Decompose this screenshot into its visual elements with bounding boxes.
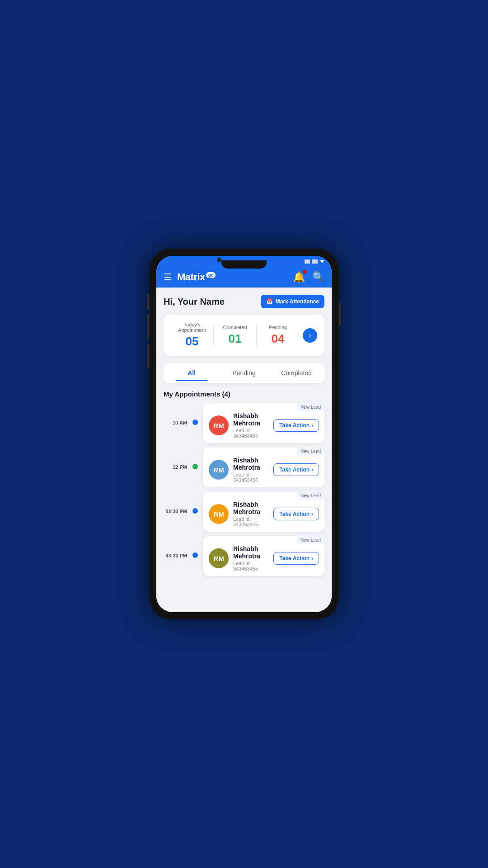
appointment-card-3: New Lead RM Rishabh Mehrotra Lead id: 34… bbox=[203, 492, 324, 532]
timeline-item-3: 02:30 PM New Lead RM Rishabh Mehrotra bbox=[164, 492, 324, 532]
stats-card: Today's Appointment 05 Completed 01 Pend… bbox=[164, 315, 324, 356]
new-lead-badge-4: New Lead bbox=[297, 536, 324, 544]
tab-pending[interactable]: Pending bbox=[218, 365, 270, 381]
phone-screen: ☰ Matrixgo 🔔 🔍 Hi, Your Name 📅 Ma bbox=[156, 256, 332, 612]
phone-device: ☰ Matrixgo 🔔 🔍 Hi, Your Name 📅 Ma bbox=[149, 249, 339, 619]
search-icon[interactable]: 🔍 bbox=[312, 271, 324, 283]
stat-completed: Completed 01 bbox=[213, 325, 256, 346]
avatar-1: RM bbox=[209, 415, 229, 435]
today-appointment-label: Today's Appointment bbox=[171, 322, 213, 333]
greeting-text: Hi, Your Name bbox=[164, 297, 225, 307]
time-label-4: 03:30 PM bbox=[164, 536, 187, 559]
logo-go-badge: go bbox=[206, 272, 216, 278]
take-action-button-4[interactable]: Take Action › bbox=[273, 552, 319, 565]
avatar-4: RM bbox=[209, 548, 229, 568]
take-action-label-4: Take Action bbox=[279, 555, 310, 561]
timeline-dot-2 bbox=[192, 464, 198, 469]
avatar-3: RM bbox=[209, 504, 229, 524]
appointment-card-1: New Lead RM Rishabh Mehrotra Lead id: 34… bbox=[203, 403, 324, 443]
card-lead-id-3: Lead id: 343453455 bbox=[233, 516, 269, 527]
completed-label: Completed bbox=[214, 325, 256, 330]
status-icons bbox=[305, 259, 324, 264]
card-name-1: Rishabh Mehrotra bbox=[233, 412, 269, 427]
card-info-2: Rishabh Mehrotra Lead id: 343453455 bbox=[233, 457, 269, 483]
notification-bell-container[interactable]: 🔔 bbox=[293, 271, 305, 283]
mark-attendance-label: Mark Attendance bbox=[276, 298, 319, 305]
top-navigation: ☰ Matrixgo 🔔 🔍 bbox=[156, 267, 332, 288]
nav-right: 🔔 🔍 bbox=[293, 271, 324, 283]
chevron-right-icon-3: › bbox=[311, 511, 313, 517]
hamburger-menu-icon[interactable]: ☰ bbox=[164, 272, 172, 283]
stat-today-appointment: Today's Appointment 05 bbox=[171, 322, 213, 349]
take-action-label-3: Take Action bbox=[279, 511, 310, 517]
appointment-card-2: New Lead RM Rishabh Mehrotra Lead id: 34… bbox=[203, 448, 324, 487]
take-action-button-3[interactable]: Take Action › bbox=[273, 508, 319, 520]
header-row: Hi, Your Name 📅 Mark Attendance bbox=[164, 295, 324, 308]
time-label-3: 02:30 PM bbox=[164, 492, 187, 514]
power-button bbox=[339, 303, 341, 326]
card-lead-id-4: Lead id: 343453455 bbox=[233, 561, 269, 571]
silent-button bbox=[147, 344, 149, 368]
card-inner-3: RM Rishabh Mehrotra Lead id: 343453455 T… bbox=[209, 501, 319, 527]
pending-value: 04 bbox=[257, 332, 299, 346]
phone-notch bbox=[221, 260, 267, 269]
time-label-2: 12 PM bbox=[164, 448, 187, 470]
timeline-dot-3 bbox=[192, 508, 198, 514]
timeline-item-1: 10 AM New Lead RM Rishabh Mehrotra bbox=[164, 403, 324, 443]
chevron-right-icon-1: › bbox=[311, 422, 313, 429]
card-lead-id-1: Lead id: 343453455 bbox=[233, 428, 269, 439]
card-inner-1: RM Rishabh Mehrotra Lead id: 343453455 T… bbox=[209, 412, 319, 439]
card-lead-id-2: Lead id: 343453455 bbox=[233, 472, 269, 483]
card-name-3: Rishabh Mehrotra bbox=[233, 501, 269, 515]
timeline-connector-4 bbox=[191, 536, 200, 558]
pending-label: Pending bbox=[257, 325, 299, 330]
appointments-section: My Appointments (4) 10 AM New Lead RM bbox=[164, 390, 324, 576]
new-lead-badge-2: New Lead bbox=[297, 448, 324, 455]
avatar-2: RM bbox=[209, 460, 229, 480]
take-action-button-2[interactable]: Take Action › bbox=[273, 463, 319, 476]
notification-badge bbox=[302, 269, 307, 274]
time-label-1: 10 AM bbox=[164, 403, 187, 426]
app-logo: Matrixgo bbox=[177, 271, 216, 283]
wifi-icon bbox=[312, 259, 318, 264]
timeline-item-2: 12 PM New Lead RM Rishabh Mehrotra bbox=[164, 448, 324, 487]
completed-value: 01 bbox=[214, 332, 256, 346]
card-inner-2: RM Rishabh Mehrotra Lead id: 343453455 T… bbox=[209, 457, 319, 483]
stat-pending: Pending 04 bbox=[256, 325, 299, 346]
new-lead-badge-1: New Lead bbox=[297, 403, 324, 411]
tab-all[interactable]: All bbox=[165, 365, 218, 381]
card-name-2: Rishabh Mehrotra bbox=[233, 457, 269, 471]
timeline-connector-2 bbox=[191, 448, 200, 469]
appointment-card-4: New Lead RM Rishabh Mehrotra Lead id: 34… bbox=[203, 536, 324, 576]
take-action-button-1[interactable]: Take Action › bbox=[273, 419, 319, 432]
new-lead-badge-3: New Lead bbox=[297, 492, 324, 500]
today-appointment-value: 05 bbox=[171, 335, 213, 349]
dropdown-icon bbox=[320, 260, 324, 263]
tab-completed[interactable]: Completed bbox=[270, 365, 323, 381]
nav-left: ☰ Matrixgo bbox=[164, 271, 216, 283]
stats-arrow-button[interactable]: › bbox=[303, 328, 317, 343]
appointments-timeline: 10 AM New Lead RM Rishabh Mehrotra bbox=[164, 403, 324, 576]
mark-attendance-button[interactable]: 📅 Mark Attendance bbox=[261, 295, 324, 308]
volume-up-button bbox=[147, 294, 149, 310]
card-inner-4: RM Rishabh Mehrotra Lead id: 343453455 T… bbox=[209, 545, 319, 571]
appointments-title: My Appointments (4) bbox=[164, 390, 324, 398]
signal-icon bbox=[305, 259, 310, 264]
calendar-icon-btn: 📅 bbox=[266, 298, 273, 305]
chevron-right-icon-2: › bbox=[311, 467, 313, 473]
card-info-4: Rishabh Mehrotra Lead id: 343453455 bbox=[233, 545, 269, 571]
timeline-connector-1 bbox=[191, 403, 200, 425]
main-content: Hi, Your Name 📅 Mark Attendance Today's … bbox=[156, 288, 332, 612]
timeline-connector-3 bbox=[191, 492, 200, 514]
take-action-label-2: Take Action bbox=[279, 467, 310, 473]
chevron-right-icon-4: › bbox=[311, 555, 313, 561]
card-name-4: Rishabh Mehrotra bbox=[233, 545, 269, 560]
phone-camera bbox=[217, 258, 221, 262]
timeline-dot-4 bbox=[192, 552, 198, 558]
timeline-item-4: 03:30 PM New Lead RM Rishabh Mehrotra Le… bbox=[164, 536, 324, 576]
take-action-label-1: Take Action bbox=[279, 422, 310, 429]
card-info-3: Rishabh Mehrotra Lead id: 343453455 bbox=[233, 501, 269, 527]
timeline-dot-1 bbox=[192, 420, 198, 425]
tabs-container: All Pending Completed bbox=[164, 363, 324, 383]
card-info-1: Rishabh Mehrotra Lead id: 343453455 bbox=[233, 412, 269, 439]
